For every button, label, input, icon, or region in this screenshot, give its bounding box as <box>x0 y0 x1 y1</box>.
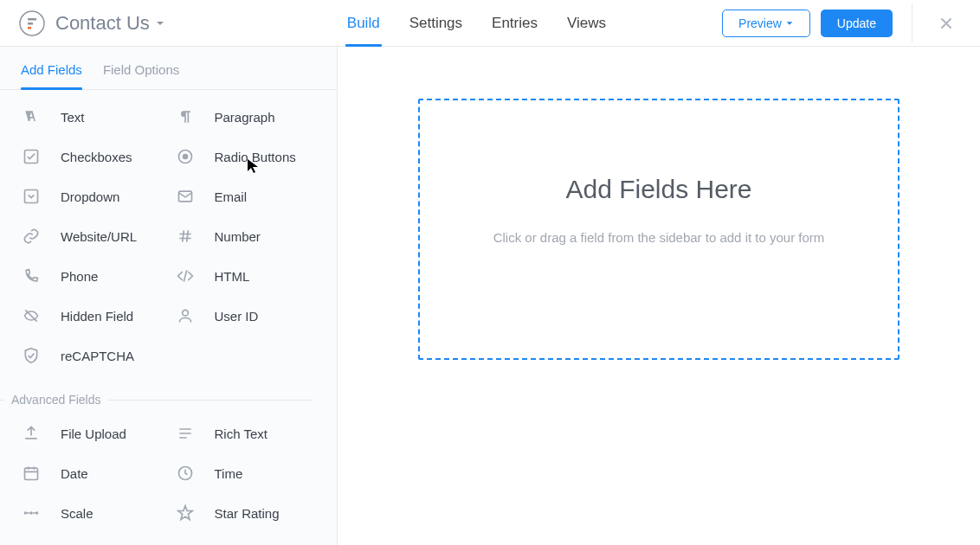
field-dropdown[interactable]: Dropdown <box>21 176 175 216</box>
field-email[interactable]: Email <box>175 176 329 216</box>
caret-down-icon <box>155 18 165 29</box>
form-canvas: Add Fields Here Click or drag a field fr… <box>338 47 980 545</box>
drop-title: Add Fields Here <box>565 175 751 204</box>
dropdown-icon <box>21 188 42 205</box>
text-icon <box>21 108 42 125</box>
field-star-rating[interactable]: Star Rating <box>175 493 329 533</box>
svg-point-14 <box>35 511 38 514</box>
svg-point-13 <box>29 511 32 514</box>
field-date[interactable]: Date <box>21 453 175 493</box>
nav-tabs: Build Settings Entries Views <box>347 1 606 46</box>
link-icon <box>21 228 42 245</box>
update-label: Update <box>837 16 876 30</box>
field-rich-text[interactable]: Rich Text <box>175 414 329 453</box>
field-scale[interactable]: Scale <box>21 493 175 533</box>
svg-point-9 <box>182 310 188 316</box>
scale-icon <box>21 504 42 522</box>
svg-point-6 <box>182 154 188 160</box>
drop-subtitle: Click or drag a field from the sidebar t… <box>493 230 825 245</box>
caret-down-icon <box>785 19 794 28</box>
code-icon <box>175 267 196 285</box>
richtext-icon <box>175 425 196 442</box>
preview-button[interactable]: Preview <box>722 10 810 37</box>
fields-list: Text Paragraph Checkboxes Radio Buttons … <box>0 90 337 533</box>
svg-rect-3 <box>28 27 31 29</box>
number-icon <box>175 228 196 245</box>
radio-icon <box>175 148 196 165</box>
phone-icon <box>21 267 42 285</box>
field-phone[interactable]: Phone <box>21 256 175 296</box>
field-recaptcha[interactable]: reCAPTCHA <box>21 336 175 375</box>
user-icon <box>175 307 196 324</box>
form-title-dropdown[interactable]: Contact Us <box>55 12 165 35</box>
checkbox-icon <box>21 148 42 165</box>
sidebar-tab-field-options[interactable]: Field Options <box>103 62 179 89</box>
calendar-icon <box>21 465 42 482</box>
svg-rect-7 <box>25 190 38 203</box>
svg-rect-2 <box>28 22 33 25</box>
field-checkboxes[interactable]: Checkboxes <box>21 137 175 176</box>
tab-entries[interactable]: Entries <box>492 1 538 46</box>
drop-zone[interactable]: Add Fields Here Click or drag a field fr… <box>418 99 899 360</box>
svg-point-12 <box>24 511 27 514</box>
hidden-icon <box>21 307 42 324</box>
advanced-fields-heading: Advanced Fields <box>21 393 328 407</box>
divider <box>912 3 912 42</box>
email-icon <box>175 188 196 205</box>
clock-icon <box>175 465 196 482</box>
field-file-upload[interactable]: File Upload <box>21 414 175 453</box>
field-time[interactable]: Time <box>175 453 329 493</box>
field-text[interactable]: Text <box>21 97 175 137</box>
field-user-id[interactable]: User ID <box>175 296 329 336</box>
sidebar: Add Fields Field Options Text Paragraph … <box>0 47 338 545</box>
form-title-text: Contact Us <box>55 12 150 35</box>
app-logo-icon <box>19 10 45 36</box>
preview-label: Preview <box>738 16 782 30</box>
field-html[interactable]: HTML <box>175 256 329 296</box>
shield-icon <box>21 347 42 364</box>
svg-rect-1 <box>28 18 36 21</box>
upload-icon <box>21 425 42 442</box>
field-number[interactable]: Number <box>175 216 329 256</box>
tab-build[interactable]: Build <box>347 1 380 46</box>
field-hidden[interactable]: Hidden Field <box>21 296 175 336</box>
sidebar-tabs: Add Fields Field Options <box>0 47 337 90</box>
close-button[interactable] <box>932 12 961 35</box>
svg-rect-10 <box>25 468 38 479</box>
field-paragraph[interactable]: Paragraph <box>175 97 329 137</box>
update-button[interactable]: Update <box>821 10 893 37</box>
tab-views[interactable]: Views <box>567 1 606 46</box>
field-url[interactable]: Website/URL <box>21 216 175 256</box>
sidebar-tab-add-fields[interactable]: Add Fields <box>21 62 82 89</box>
tab-settings[interactable]: Settings <box>409 1 462 46</box>
star-icon <box>175 504 196 522</box>
close-icon <box>938 16 954 31</box>
paragraph-icon <box>175 108 196 125</box>
field-radio-buttons[interactable]: Radio Buttons <box>175 137 329 176</box>
